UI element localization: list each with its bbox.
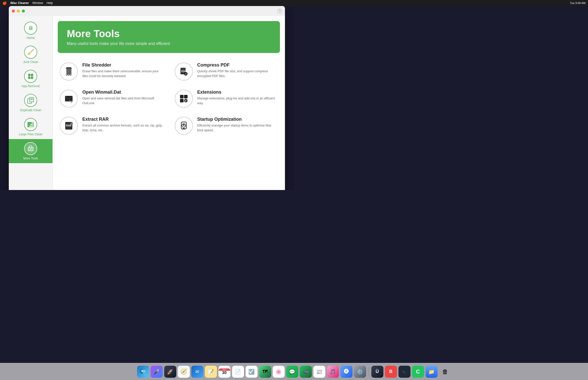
svg-rect-29 (184, 95, 188, 98)
sidebar-item-duplicate-clean[interactable]: Duplicate Clean (9, 91, 52, 115)
file-shredder-desc: Erase files and make them unrecoverable,… (82, 69, 163, 79)
extensions-info: Extensions Manage extensions, plug-ins a… (197, 90, 278, 106)
extensions-desc: Manage extensions, plug-ins and add-ons … (197, 96, 278, 106)
hero-title: More Tools (67, 28, 271, 39)
svg-rect-6 (30, 98, 33, 99)
hero-banner: More Tools Many useful tools make your l… (58, 21, 280, 53)
svg-rect-19 (69, 69, 69, 75)
svg-rect-20 (70, 69, 70, 75)
compress-pdf-desc: Quickly shrink PDF file size, and suppor… (197, 69, 278, 79)
hero-subtitle: Many useful tools make your life more si… (67, 41, 271, 46)
main-content: More Tools Many useful tools make your l… (53, 16, 285, 190)
sidebar-item-large-files[interactable]: Large Files Clean (9, 115, 52, 139)
apple-menu[interactable]: 🍎 (3, 1, 7, 5)
sidebar-item-home[interactable]: 🖥 Home (9, 19, 52, 43)
svg-point-41 (183, 125, 184, 126)
svg-rect-15 (66, 67, 71, 68)
compress-pdf-icon: PDF ▼ (175, 62, 193, 81)
extract-rar-desc: Extract all common archive formats, such… (82, 123, 163, 133)
duplicate-clean-icon (24, 94, 37, 107)
file-shredder-name: File Shredder (82, 62, 163, 68)
svg-rect-30 (180, 99, 184, 102)
home-icon: 🖥 (24, 22, 37, 35)
tool-card-startup-optimization[interactable]: Startup Optimization Efficiently manage … (173, 115, 280, 137)
help-button[interactable]: ? (277, 9, 282, 13)
svg-rect-11 (28, 124, 30, 125)
extensions-name: Extensions (197, 90, 278, 95)
tool-card-extensions[interactable]: e Extensions Manage extensions, plug-ins… (173, 88, 280, 110)
sidebar-item-more-tools[interactable]: More Tools (9, 139, 52, 163)
svg-rect-42 (183, 128, 185, 129)
help-menu[interactable]: Help (47, 1, 53, 5)
sidebar: 🖥 Home 🧹 Junk Clean App Removal (9, 16, 53, 190)
minimize-button[interactable] (17, 10, 20, 13)
tool-card-extract-rar[interactable]: RAR i Extract RAR Extract all common arc… (58, 115, 165, 137)
app-removal-icon (24, 70, 37, 83)
startup-optimization-info: Startup Optimization Efficiently manage … (197, 117, 278, 133)
compress-pdf-info: Compress PDF Quickly shrink PDF file siz… (197, 62, 278, 79)
extract-rar-icon: RAR i (60, 117, 78, 135)
tools-grid: File Shredder Erase files and make them … (58, 60, 280, 137)
compress-pdf-name: Compress PDF (197, 62, 278, 68)
menubar: 🍎 iMac Cleaner Window Help Tue 9:08 AM (0, 0, 294, 6)
file-shredder-info: File Shredder Erase files and make them … (82, 62, 163, 79)
svg-rect-0 (28, 74, 30, 76)
svg-text:▼: ▼ (185, 73, 187, 75)
sidebar-item-junk-clean[interactable]: 🧹 Junk Clean (9, 43, 52, 67)
app-name-menu[interactable]: iMac Cleaner (10, 1, 29, 5)
startup-optimization-icon (175, 117, 193, 135)
app-window: ? 🖥 Home 🧹 Junk Clean (9, 6, 285, 190)
startup-optimization-name: Startup Optimization (197, 117, 278, 122)
main-layout: 🖥 Home 🧹 Junk Clean App Removal (9, 16, 285, 190)
maximize-button[interactable] (22, 10, 25, 13)
extract-rar-info: Extract RAR Extract all common archive f… (82, 117, 163, 133)
svg-rect-16 (66, 68, 72, 69)
svg-rect-18 (68, 69, 68, 75)
brand: E limisoft (19, 188, 42, 190)
svg-rect-28 (180, 95, 184, 98)
svg-rect-9 (28, 122, 32, 123)
svg-rect-3 (31, 77, 33, 79)
svg-rect-1 (31, 74, 33, 76)
large-files-icon (24, 118, 37, 131)
title-bar: ? (9, 6, 285, 16)
svg-rect-13 (28, 126, 29, 127)
extract-rar-name: Extract RAR (82, 117, 163, 122)
open-winmail-info: Open Winmail.Dat Open and save winmail.d… (82, 90, 163, 106)
svg-rect-7 (30, 99, 33, 100)
open-winmail-name: Open Winmail.Dat (82, 90, 163, 95)
svg-text:e: e (185, 99, 186, 102)
more-tools-icon (24, 142, 37, 155)
tool-card-open-winmail[interactable]: Open Winmail.Dat Open and save winmail.d… (58, 88, 165, 110)
startup-optimization-desc: Efficiently manage your startup items to… (197, 123, 278, 133)
sidebar-item-app-removal[interactable]: App Removal (9, 67, 52, 91)
junk-clean-icon: 🧹 (24, 46, 37, 59)
svg-rect-17 (67, 69, 67, 75)
extensions-icon: e (175, 90, 193, 108)
svg-rect-2 (28, 77, 30, 79)
svg-point-36 (70, 122, 73, 125)
open-winmail-icon (60, 90, 78, 108)
window-menu[interactable]: Window (32, 1, 43, 5)
close-button[interactable] (12, 10, 15, 13)
svg-text:i: i (71, 122, 72, 125)
open-winmail-desc: Open and save winmail.dat files sent fro… (82, 96, 163, 106)
file-shredder-icon (60, 62, 78, 81)
svg-rect-21 (71, 69, 71, 75)
tool-card-file-shredder[interactable]: File Shredder Erase files and make them … (58, 60, 165, 83)
tool-card-compress-pdf[interactable]: PDF ▼ Compress PDF Quickly shrink PDF fi… (173, 60, 280, 83)
